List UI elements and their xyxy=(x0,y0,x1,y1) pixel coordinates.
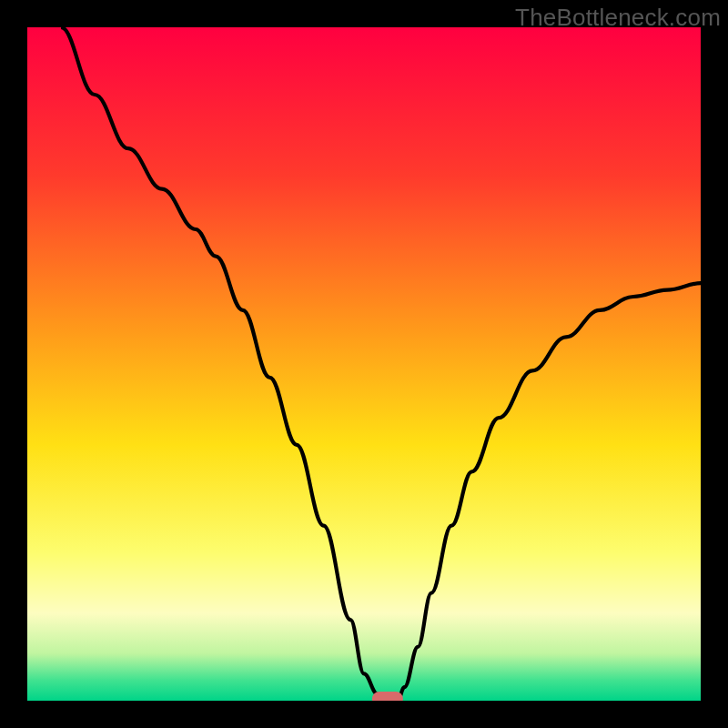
chart-plot xyxy=(27,27,701,701)
optimum-marker xyxy=(372,692,403,701)
watermark-text: TheBottleneck.com xyxy=(515,4,721,32)
chart-frame: TheBottleneck.com xyxy=(0,0,728,728)
chart-background xyxy=(27,27,701,701)
